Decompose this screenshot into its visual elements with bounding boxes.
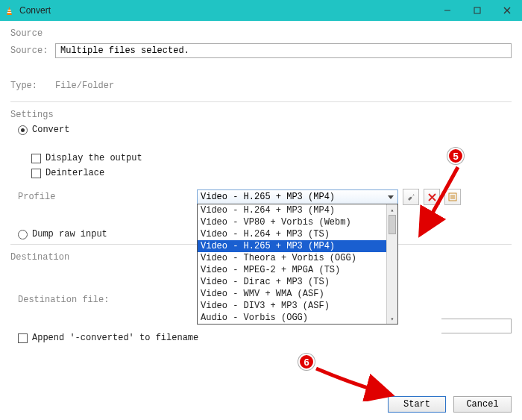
profile-option[interactable]: Video - Dirac + MP3 (TS): [198, 276, 397, 288]
svg-marker-0: [7, 7, 12, 15]
divider: [10, 101, 512, 102]
source-label: Source:: [10, 46, 55, 56]
destination-file-input-tail[interactable]: [441, 319, 512, 333]
profile-combobox[interactable]: Video - H.265 + MP3 (MP4): [197, 189, 398, 204]
scroll-up-icon[interactable]: ▴: [387, 204, 397, 215]
profile-dropdown[interactable]: ▴ ▾ Video - H.264 + MP3 (MP4)Video - VP8…: [197, 204, 398, 325]
profile-option[interactable]: Video - H.265 + MP3 (MP4): [198, 240, 397, 252]
profile-option[interactable]: Video - H.264 + MP3 (TS): [198, 228, 397, 240]
profile-option[interactable]: Video - WMV + WMA (ASF): [198, 288, 397, 300]
delete-icon: [428, 193, 436, 201]
start-button[interactable]: Start: [388, 396, 446, 413]
type-label: Type:: [10, 81, 55, 91]
new-profile-button[interactable]: [444, 189, 461, 205]
scroll-down-icon[interactable]: ▾: [387, 313, 397, 324]
source-input[interactable]: [55, 43, 512, 58]
svg-rect-2: [7, 12, 12, 13]
append-converted-checkbox[interactable]: [18, 333, 28, 343]
maximize-button[interactable]: [462, 0, 492, 21]
type-value: File/Folder: [55, 81, 114, 91]
svg-rect-4: [474, 7, 480, 13]
annotation-marker-5-label: 5: [453, 151, 458, 162]
svg-marker-7: [388, 195, 394, 199]
convert-radio-label: Convert: [32, 125, 69, 135]
annotation-marker-5: 5: [447, 148, 464, 164]
profile-option[interactable]: Video - VP80 + Vorbis (Webm): [198, 216, 397, 228]
edit-profile-button[interactable]: [403, 189, 419, 205]
dump-raw-radio[interactable]: [18, 230, 28, 239]
window-title: Convert: [19, 5, 51, 16]
profile-label: Profile: [18, 192, 197, 202]
cancel-button-label: Cancel: [466, 399, 498, 410]
dropdown-scrollbar[interactable]: ▴ ▾: [386, 204, 397, 324]
deinterlace-label: Deinterlace: [45, 168, 104, 178]
profile-option[interactable]: Audio - Vorbis (OGG): [198, 312, 397, 324]
display-output-checkbox[interactable]: [31, 154, 41, 163]
minimize-button[interactable]: [433, 0, 462, 21]
vlc-cone-icon: [4, 5, 15, 16]
wrench-icon: [406, 192, 416, 202]
annotation-marker-6: 6: [298, 354, 315, 370]
start-button-label: Start: [403, 399, 430, 410]
destination-file-label: Destination file:: [18, 295, 197, 305]
annotation-marker-6-label: 6: [304, 357, 309, 368]
cancel-button[interactable]: Cancel: [453, 396, 512, 413]
display-output-label: Display the output: [45, 153, 142, 163]
scroll-thumb[interactable]: [389, 215, 396, 234]
profile-option[interactable]: Video - Theora + Vorbis (OGG): [198, 252, 397, 264]
svg-rect-1: [7, 10, 10, 10]
dump-raw-label: Dump raw input: [32, 229, 107, 239]
close-button[interactable]: [492, 0, 522, 21]
new-profile-icon: [448, 192, 457, 201]
profile-selected-value: Video - H.265 + MP3 (MP4): [201, 192, 335, 202]
deinterlace-checkbox[interactable]: [31, 169, 41, 178]
titlebar: Convert: [0, 0, 522, 21]
chevron-down-icon: [386, 192, 396, 202]
append-converted-label: Append '-converted' to filename: [32, 333, 198, 343]
profile-option[interactable]: Video - MPEG-2 + MPGA (TS): [198, 264, 397, 276]
settings-section-label: Settings: [10, 110, 512, 120]
convert-radio[interactable]: [18, 125, 28, 135]
source-section-label: Source: [10, 28, 512, 39]
profile-option[interactable]: Video - H.264 + MP3 (MP4): [198, 204, 397, 216]
profile-option[interactable]: Video - DIV3 + MP3 (ASF): [198, 300, 397, 312]
delete-profile-button[interactable]: [424, 189, 440, 205]
